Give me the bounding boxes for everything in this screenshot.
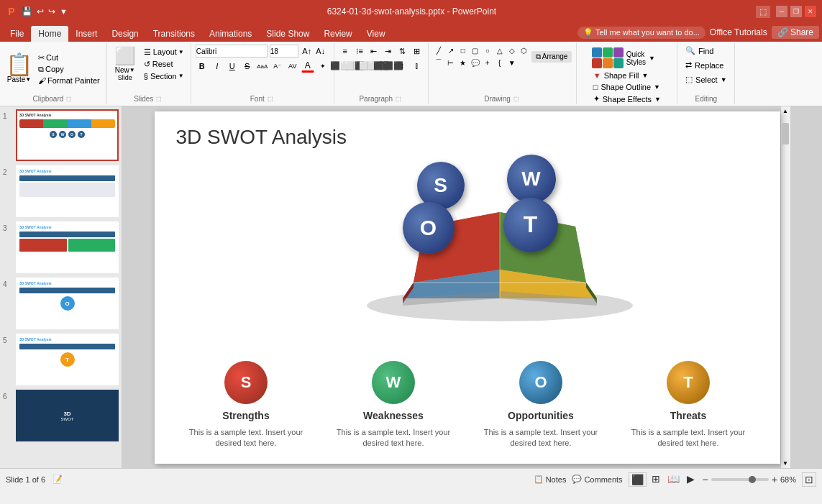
diamond-shape[interactable]: ◇	[506, 45, 518, 56]
drawing-expand[interactable]: ⬚	[512, 94, 521, 103]
numbered-list-button[interactable]: ⁝≡	[353, 45, 366, 58]
slide-canvas[interactable]: 3D SWOT Analysis	[155, 111, 780, 464]
find-button[interactable]: 🔍 Find	[682, 45, 716, 57]
oval-shape[interactable]: ○	[482, 45, 493, 56]
zoom-slider[interactable]	[711, 478, 769, 481]
clipboard-expand[interactable]: ⬚	[65, 94, 73, 103]
font-name-input[interactable]	[196, 45, 268, 58]
slide-title[interactable]: 3D SWOT Analysis	[155, 111, 780, 156]
italic-button[interactable]: I	[211, 60, 224, 73]
text-direction-button[interactable]: ⇅	[396, 45, 409, 58]
paragraph-expand[interactable]: ⬚	[394, 94, 403, 103]
slide-thumb-6[interactable]: 6 3D SWOT	[3, 390, 119, 441]
slide-thumb-3[interactable]: 3 3D SWOT Analysis	[3, 221, 119, 273]
reset-button[interactable]: ↺ Reset	[142, 59, 186, 70]
v-scrollbar[interactable]: ▲ ▼	[780, 106, 790, 468]
quick-access-customize[interactable]: ▼	[60, 7, 68, 16]
font-size-input[interactable]	[270, 45, 298, 58]
tab-insert[interactable]: Insert	[68, 26, 104, 42]
quick-access-save[interactable]: 💾	[22, 6, 32, 17]
shape-effects-button[interactable]: ✦ Shape Effects ▼	[590, 93, 664, 105]
justify-button[interactable]: ⬛⬛⬛	[382, 59, 395, 72]
normal-view-button[interactable]: ⬛	[629, 472, 647, 487]
format-painter-button[interactable]: 🖌 Format Painter	[36, 75, 102, 86]
slide-thumb-1[interactable]: 1 3D SWOT Analysis S W O T	[3, 109, 119, 161]
slide-notes-icon[interactable]: 📝	[52, 475, 63, 484]
more-shapes-btn[interactable]: ▼	[506, 57, 518, 68]
shape-outline-button[interactable]: □ Shape Outline ▼	[590, 81, 664, 93]
tab-view[interactable]: View	[360, 26, 393, 42]
chevron-shape[interactable]: ⬡	[519, 45, 530, 56]
scroll-up-button[interactable]: ▲	[781, 106, 790, 116]
curve-shape[interactable]: ⌒	[433, 57, 444, 68]
char-spacing-button[interactable]: AV	[286, 60, 299, 73]
clear-formatting-button[interactable]: ✦	[316, 60, 329, 73]
increase-font-button[interactable]: A↑	[301, 45, 314, 58]
section-button[interactable]: § Section ▼	[142, 71, 186, 81]
line-spacing-button[interactable]: ↕	[396, 59, 409, 72]
paste-button[interactable]: 📋 Paste ▼	[4, 52, 34, 85]
tab-home[interactable]: Home	[31, 26, 68, 42]
cut-button[interactable]: ✂ Cut	[36, 52, 102, 63]
smallcaps-button[interactable]: AaA	[256, 60, 269, 73]
close-button[interactable]: ✕	[805, 6, 816, 17]
restore-button[interactable]: ❐	[790, 6, 802, 17]
increase-indent-button[interactable]: ⇥	[382, 45, 395, 58]
tell-me-box[interactable]: 💡 Tell me what you want to do...	[577, 27, 705, 39]
bold-button[interactable]: B	[196, 60, 209, 73]
quick-access-undo[interactable]: ↩	[37, 6, 44, 17]
strikethrough-button[interactable]: S	[241, 60, 254, 73]
minimize-button[interactable]: ─	[776, 6, 787, 17]
tab-slideshow[interactable]: Slide Show	[259, 26, 316, 42]
slide-thumb-2[interactable]: 2 3D SWOT Analysis	[3, 165, 119, 217]
triangle-shape[interactable]: △	[494, 45, 506, 56]
line-shape[interactable]: ╱	[433, 45, 444, 56]
reading-view-button[interactable]: 📖	[665, 472, 682, 487]
zoom-out-button[interactable]: −	[703, 474, 708, 485]
bullet-list-button[interactable]: ≡	[339, 45, 352, 58]
replace-button[interactable]: ⇄ Replace	[682, 59, 726, 71]
scroll-thumb[interactable]	[782, 123, 789, 145]
notes-button[interactable]: 📋 Notes	[534, 475, 567, 484]
connector-shape[interactable]: ⊢	[445, 57, 457, 68]
slide-sorter-button[interactable]: ⊞	[649, 472, 662, 487]
star-shape[interactable]: ★	[457, 57, 469, 68]
office-tutorials-link[interactable]: Office Tutorials	[710, 27, 767, 37]
tab-design[interactable]: Design	[104, 26, 145, 42]
new-slide-button[interactable]: ⬜ New ▼ Slide	[111, 45, 139, 83]
font-color-button[interactable]: A	[301, 60, 314, 73]
slide-thumb-5[interactable]: 5 3D SWOT Analysis T	[3, 334, 119, 385]
layout-button[interactable]: ☰ Layout ▼	[142, 47, 186, 58]
zoom-in-button[interactable]: +	[772, 474, 777, 485]
rounded-rect-shape[interactable]: ▢	[470, 45, 481, 56]
tab-file[interactable]: File	[3, 26, 31, 42]
tab-review[interactable]: Review	[316, 26, 359, 42]
arrange-button[interactable]: ⧉ Arrange	[531, 51, 572, 63]
scroll-down-button[interactable]: ▼	[781, 459, 790, 468]
slideshow-button[interactable]: ▶	[685, 472, 697, 487]
quick-access-redo[interactable]: ↪	[48, 6, 55, 17]
rect-shape[interactable]: □	[457, 45, 469, 56]
ribbon-display-options[interactable]: ⬚	[756, 6, 770, 18]
slides-expand[interactable]: ⬚	[155, 94, 163, 103]
shape-fill-button[interactable]: ▼ Shape Fill ▼	[590, 70, 664, 81]
tab-transitions[interactable]: Transitions	[146, 26, 202, 42]
copy-button[interactable]: ⧉ Copy	[36, 64, 102, 75]
fit-to-window-button[interactable]: ⊡	[802, 472, 816, 487]
columns-button[interactable]: ⫿	[411, 59, 424, 72]
share-button[interactable]: 🔗 Share	[772, 26, 819, 39]
callout-shape[interactable]: 💬	[470, 57, 481, 68]
equation-shape[interactable]: +	[482, 57, 493, 68]
decrease-font-button[interactable]: A↓	[314, 45, 327, 58]
zoom-level[interactable]: 68%	[780, 475, 796, 484]
underline-button[interactable]: U	[226, 60, 239, 73]
slide-thumb-4[interactable]: 4 3D SWOT Analysis O	[3, 278, 119, 329]
tab-animations[interactable]: Animations	[202, 26, 259, 42]
convert-smartart-button[interactable]: ⊞	[411, 45, 424, 58]
comments-button[interactable]: 💬 Comments	[572, 475, 622, 484]
decrease-indent-button[interactable]: ⇤	[367, 45, 380, 58]
font-expand[interactable]: ⬚	[266, 94, 275, 103]
select-button[interactable]: ⬚ Select ▼	[682, 73, 730, 86]
quick-styles-button[interactable]: QuickStyles ▼	[590, 46, 664, 70]
arrow-shape[interactable]: ↗	[445, 45, 457, 56]
